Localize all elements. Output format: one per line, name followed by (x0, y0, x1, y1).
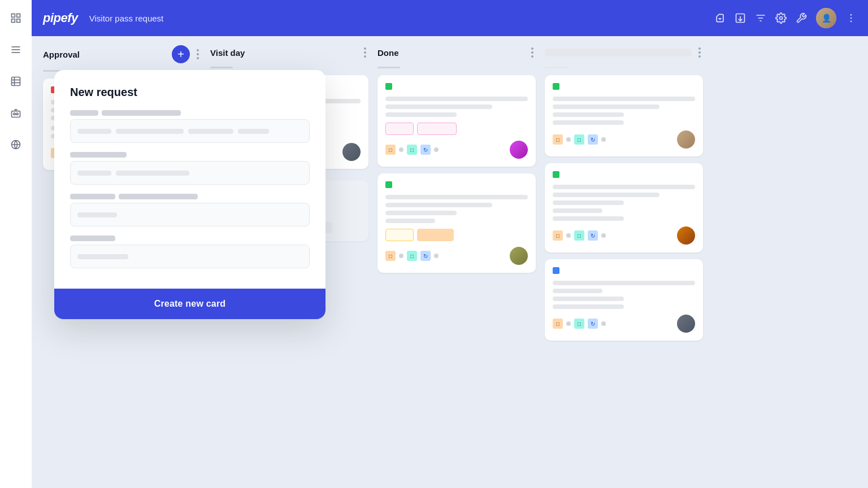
user-avatar[interactable]: 👤 (816, 8, 836, 28)
card-indicator (553, 171, 559, 178)
card-line (385, 97, 528, 101)
form-body: New request (54, 70, 326, 289)
card-action-icon[interactable]: □ (385, 145, 396, 155)
svg-point-16 (780, 17, 783, 20)
column-menu-button[interactable] (529, 45, 536, 60)
card-badges (385, 229, 528, 241)
logo-text: pipefy (43, 11, 78, 25)
input-bar (116, 129, 184, 134)
form-label-1 (70, 110, 310, 116)
card-action-icon[interactable]: □ (574, 134, 584, 145)
card-badge (417, 229, 454, 241)
card-line (553, 201, 624, 205)
form-field-1 (70, 110, 310, 143)
import-icon[interactable] (735, 12, 746, 24)
card-dot (601, 233, 606, 238)
card-dot (399, 147, 403, 152)
card-line (553, 297, 624, 301)
card-line (553, 112, 624, 117)
bot-icon[interactable] (7, 104, 25, 122)
card-action-icon[interactable]: □ (553, 319, 563, 329)
avatar-image: 👤 (816, 8, 836, 28)
form-input-1[interactable] (70, 119, 310, 143)
wrench-icon[interactable] (796, 12, 807, 24)
card-line (553, 304, 624, 309)
column-4-header (545, 45, 703, 60)
card-action-icon[interactable]: □ (553, 134, 563, 145)
settings-icon[interactable] (775, 12, 787, 24)
form-input-4[interactable] (70, 245, 310, 268)
card-action-icon[interactable]: □ (385, 251, 396, 261)
table-icon[interactable] (7, 72, 25, 90)
column-done-title: Done (377, 48, 524, 58)
filter-icon[interactable] (755, 12, 766, 24)
card-line (385, 203, 492, 207)
svg-rect-0 (12, 14, 15, 18)
card-avatar (510, 247, 528, 265)
share-icon[interactable] (714, 12, 726, 24)
card-avatar (677, 130, 695, 149)
column-add-button[interactable]: + (172, 45, 190, 63)
header-actions: 👤 (714, 8, 857, 28)
input-bar (188, 129, 233, 134)
card-avatar (342, 143, 361, 161)
card-line (385, 195, 528, 199)
new-request-form: New request (54, 70, 326, 319)
card-line (553, 104, 659, 109)
card-action-icon[interactable]: □ (407, 251, 417, 261)
card-icons-row: □ □ ↻ (385, 251, 439, 261)
card-action-icon[interactable]: □ (407, 145, 417, 155)
card-badges (385, 123, 528, 135)
card-avatar (677, 315, 695, 333)
input-bar (77, 212, 117, 217)
create-new-card-button[interactable]: Create new card (70, 299, 310, 309)
card-action-icon[interactable]: ↻ (420, 251, 431, 261)
column-menu-button[interactable] (362, 45, 368, 60)
label-bar (70, 194, 115, 199)
card-action-icon[interactable]: □ (574, 230, 584, 241)
card-avatar (677, 226, 695, 245)
card-action-icon[interactable]: □ (553, 230, 563, 241)
column-underline (545, 67, 567, 68)
board: Approval + □ □ (32, 36, 868, 488)
card-avatar (510, 141, 528, 159)
card-action-icon[interactable]: □ (574, 319, 584, 329)
card-footer: □ □ ↻ (385, 141, 528, 159)
grid-icon[interactable] (7, 9, 25, 27)
form-title: New request (70, 86, 310, 99)
card-line (553, 193, 659, 197)
column-menu-button[interactable] (194, 47, 201, 62)
more-options-icon[interactable] (845, 12, 857, 24)
svg-point-17 (850, 14, 852, 16)
form-label-4 (70, 236, 310, 241)
card-footer: □ □ ↻ (553, 315, 695, 333)
card-line (553, 289, 602, 293)
column-visit-day-header: Visit day (210, 45, 368, 60)
column-approval-header: Approval + (43, 45, 201, 63)
column-4-title (545, 49, 692, 56)
card-dot (566, 137, 571, 142)
card-action-icon[interactable]: ↻ (588, 230, 598, 241)
main-area: pipefy Visitor pass request (32, 0, 868, 488)
label-bar (102, 110, 181, 116)
card-line (553, 281, 695, 285)
card: □ □ ↻ (377, 173, 536, 273)
globe-icon[interactable] (7, 136, 25, 154)
card-indicator (553, 83, 559, 90)
card-indicator (385, 181, 392, 188)
card-action-icon[interactable]: ↻ (420, 145, 431, 155)
card-badge (385, 229, 414, 241)
list-icon[interactable] (7, 41, 25, 59)
card-action-icon[interactable]: ↻ (588, 319, 598, 329)
card-dot (601, 137, 606, 142)
card-icons-row: □ □ ↻ (385, 145, 439, 155)
column-visit-day-title: Visit day (210, 48, 357, 58)
column-menu-button[interactable] (696, 45, 703, 60)
svg-rect-1 (17, 14, 20, 18)
input-bar (77, 129, 111, 134)
form-input-3[interactable] (70, 203, 310, 226)
form-label-3 (70, 194, 310, 199)
card-dot (601, 321, 606, 326)
form-input-2[interactable] (70, 161, 310, 185)
card-action-icon[interactable]: ↻ (588, 134, 598, 145)
